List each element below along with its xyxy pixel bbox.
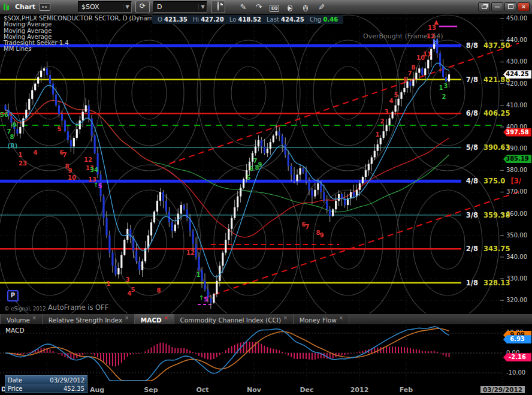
tab-volume[interactable]: Volume× <box>0 314 43 324</box>
seeker-count: (R) <box>8 143 18 149</box>
seeker-count: 11 <box>423 51 431 58</box>
month-label-oct: Oct <box>196 386 208 394</box>
tab-close-icon[interactable]: × <box>339 315 343 321</box>
tab-macd[interactable]: MACD× <box>135 314 174 324</box>
seeker-count: 56 <box>0 111 8 118</box>
tab-label: Volume <box>7 316 30 324</box>
seeker-count: 7 <box>253 158 258 164</box>
quote-board-button[interactable]: EQ <box>268 1 280 13</box>
cursor-tooltip: Date 03/29/2012 Price 452.35 <box>5 375 87 393</box>
price-tick: 450.00 <box>506 15 527 22</box>
price-tick: 430.00 <box>506 58 527 65</box>
replay-button[interactable]: ▶ <box>284 1 296 13</box>
page-button[interactable]: P <box>7 290 19 301</box>
curved-arrow-icon: ↷ <box>256 2 262 11</box>
tab-close-icon[interactable]: × <box>283 315 288 321</box>
restore-button[interactable] <box>478 2 490 11</box>
seeker-count: 9 <box>13 122 17 128</box>
seeker-count: 7 <box>63 152 67 158</box>
seeker-count: 23 <box>19 160 27 167</box>
seeker-count: 1 <box>197 272 201 278</box>
draw-tool-button[interactable]: ✎ <box>237 1 249 13</box>
price-tag: 385.19 <box>503 155 531 163</box>
copyright-note: © eSignal, 2012 <box>4 306 46 312</box>
chg-label: Chg <box>310 16 322 23</box>
last-value: 424.25 <box>281 16 304 23</box>
seeker-count: 10 <box>68 174 76 181</box>
titlebar: Chart ▪▪ $SOX ▼ ⟳ D ▼ ✎ ↷ EQ ▶ A ✎ — × <box>0 0 532 14</box>
seeker-count: 4 <box>389 98 394 104</box>
alerts-button[interactable]: A <box>300 1 312 13</box>
mm-label-1-8: 1/8328.13 <box>463 279 510 287</box>
tab-close-icon[interactable]: × <box>125 315 129 321</box>
window-title: Chart <box>15 3 35 11</box>
chevron-down-icon[interactable]: ▼ <box>198 4 207 10</box>
macd-panel-title: MACD <box>5 327 24 334</box>
seeker-count: 12 <box>186 249 195 256</box>
tab-relative-strength-index[interactable]: Relative Strength Index× <box>43 314 135 324</box>
tab-commodity-channel-index-cci-[interactable]: Commodity Channel Index (CCI)× <box>174 314 294 324</box>
seeker-count: 6 <box>404 76 408 83</box>
mm-label-4-8: 4/8375.0[3/ <box>463 177 521 185</box>
maximize-button[interactable] <box>504 2 516 11</box>
chg-value: 0.46 <box>324 16 338 23</box>
legend-mm-lines: MM Lines <box>4 46 161 52</box>
mm-fraction: 8/8 <box>463 41 478 50</box>
chart-window: Chart ▪▪ $SOX ▼ ⟳ D ▼ ✎ ↷ EQ ▶ A ✎ — × $… <box>0 0 532 395</box>
month-label-feb: Feb <box>400 386 413 394</box>
pencil-icon: ✎ <box>240 2 247 11</box>
a-circle-icon: A <box>303 5 307 11</box>
seeker-count: 5 <box>98 183 102 189</box>
seeker-count: 5 <box>394 92 398 98</box>
seeker-count: 3 <box>444 83 448 89</box>
chart-legend: $SOX,PHLX SEMICONDUCTOR SECTOR, D (Dynam… <box>4 16 161 53</box>
quote-bar: O 421.35 Hi 427.20 Lo 418.52 Last 424.25… <box>152 15 343 24</box>
low-value: 418.52 <box>238 16 261 23</box>
chart-badge-icon: ▪▪ <box>39 3 50 11</box>
price-tick: 340.00 <box>506 254 527 260</box>
symbol-combo[interactable]: $SOX ▼ <box>78 1 132 13</box>
eq-icon: EQ <box>270 5 280 12</box>
month-label-aug: Aug <box>90 386 104 394</box>
mm-label-2-8: 2/8343.75 <box>463 245 510 253</box>
main-chart-canvas[interactable] <box>0 14 532 313</box>
seeker-count: 34 <box>90 167 98 173</box>
mm-label-6-8: 6/8406.25 <box>463 109 510 117</box>
tooltip-price-label: Price <box>8 385 22 392</box>
month-label-sep: Sep <box>144 386 158 394</box>
last-label: Last <box>267 16 279 23</box>
close-button[interactable]: × <box>518 2 530 11</box>
tab-money-flow[interactable]: Money Flow× <box>294 314 349 324</box>
chevron-down-icon[interactable]: ▼ <box>123 4 131 10</box>
retracement-tool-button[interactable]: ↷ <box>253 1 265 13</box>
seeker-count: 7 <box>408 70 412 77</box>
tooltip-date-label: Date <box>8 377 22 384</box>
tab-close-icon[interactable]: × <box>164 315 168 321</box>
low-label: Lo <box>229 16 237 23</box>
mm-fraction: 7/8 <box>463 76 478 84</box>
tooltip-date-value: 03/29/2012 <box>50 377 84 384</box>
seeker-count: 12 <box>84 156 92 163</box>
mm-label-7-8: 7/8421.88 <box>463 76 510 84</box>
app-logo-icon <box>2 2 11 11</box>
macd-value-tag: -2.16 <box>503 353 531 361</box>
time-template-button[interactable] <box>211 1 225 13</box>
mm-price: 343.75 <box>483 245 510 253</box>
seeker-count: 9 <box>68 167 72 174</box>
price-tick: 350.00 <box>506 232 527 239</box>
tab-close-icon[interactable]: × <box>32 315 37 321</box>
window-controls: — × <box>478 2 530 11</box>
minimize-button[interactable]: — <box>491 2 503 11</box>
symbol-lookup-button[interactable]: ⟳ <box>135 1 150 13</box>
indicator-tabs: Volume×Relative Strength Index×MACD×Comm… <box>0 313 532 325</box>
mm-fraction: 2/8 <box>463 245 478 253</box>
clock-icon <box>217 1 219 11</box>
interval-combo[interactable]: D ▼ <box>153 1 207 13</box>
mm-price: 375.0 <box>483 177 505 185</box>
marker-tool-button[interactable]: ✎ <box>315 1 327 13</box>
mm-price: 390.63 <box>483 143 510 152</box>
mm-extra-fragment: [3/ <box>510 177 521 185</box>
mm-label-3-8: 3/8359.38 <box>463 211 510 219</box>
mm-label-5-8: 5/8390.63 <box>463 143 510 152</box>
seeker-count: 5 <box>247 174 251 181</box>
